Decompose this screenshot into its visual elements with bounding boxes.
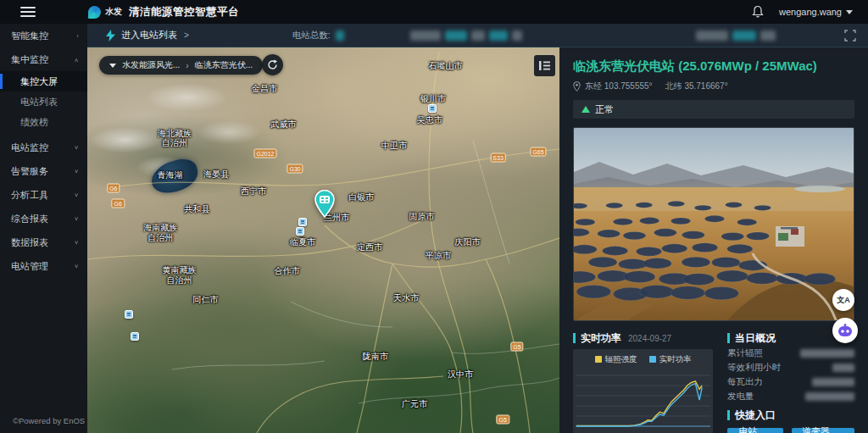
legend-power[interactable]: 实时功率 xyxy=(649,354,692,365)
toolbar-redacted-stats-2 xyxy=(696,31,776,41)
breadcrumb-station[interactable]: 临洮东营光伏... xyxy=(195,59,253,71)
legend-irradiance[interactable]: 辐照强度 xyxy=(595,354,637,365)
location-pin-icon xyxy=(573,81,581,92)
sidebar-item-control-screen[interactable]: 集控大屏 xyxy=(0,71,87,92)
realtime-power-title: 实时功率 xyxy=(581,331,621,346)
menu-hamburger-icon[interactable] xyxy=(20,7,36,17)
chevron-down-icon xyxy=(109,64,116,68)
powered-by-footer: ©Powered by EnOS xyxy=(0,416,87,433)
enter-station-list-link[interactable]: 进入电站列表 xyxy=(121,29,177,42)
latitude-value: 北纬 35.716667° xyxy=(665,80,728,92)
chevron-down-icon: ∨ xyxy=(74,192,79,197)
chevron-right-icon: › xyxy=(76,32,79,38)
sidebar: 智能集控 › 集中监控 ∧ 集控大屏 电站列表 绩效榜 电站监控 ∨ 告警服务 … xyxy=(0,24,87,433)
stat-value-redacted xyxy=(832,364,854,372)
breadcrumb-region[interactable]: 水发能源风光... xyxy=(122,59,180,71)
fullscreen-icon[interactable] xyxy=(844,30,856,42)
stat-row-generation: 发电量 xyxy=(727,390,854,403)
satellite-map[interactable]: 石嘴山市银川市吴忠市中卫市金昌市武威市白银市海北藏族自治州青海湖海晏县西宁市共和… xyxy=(87,47,559,433)
translate-fab-button[interactable]: 文A xyxy=(832,289,854,311)
sidebar-item-comprehensive-reports[interactable]: 综合报表 ∨ xyxy=(0,207,87,230)
sidebar-item-smart-control[interactable]: 智能集控 › xyxy=(0,24,87,47)
station-total-label: 电站总数: xyxy=(292,30,331,42)
chevron-right-icon: › xyxy=(186,61,188,70)
legend-swatch-blue xyxy=(649,356,656,363)
station-cluster-marker[interactable] xyxy=(296,227,304,236)
sidebar-item-data-reports[interactable]: 数据报表 ∨ xyxy=(0,230,87,254)
daily-overview-title: 当日概况 xyxy=(735,331,776,346)
logo-text: 水发 xyxy=(105,8,122,16)
stat-value-redacted xyxy=(800,349,854,358)
sidebar-item-station-list[interactable]: 电站列表 xyxy=(0,92,87,112)
station-total-value-redacted xyxy=(336,31,344,41)
legend-swatch-yellow xyxy=(595,356,602,363)
station-cluster-marker[interactable] xyxy=(298,218,307,226)
station-title: 临洮东营光伏电站 (25.076MWp / 25MWac) xyxy=(573,58,854,75)
map-breadcrumb[interactable]: 水发能源风光... › 临洮东营光伏... xyxy=(99,56,263,75)
chart-plot-area xyxy=(573,367,713,431)
toolbar-redacted-stats xyxy=(410,31,522,41)
daily-overview-section: 当日概况 累计辐照 等效利用小时 每瓦出力 发电量 快捷入口 xyxy=(727,330,854,433)
realtime-power-chart: 辐照强度 实时功率 xyxy=(573,349,713,433)
chatbot-fab-button[interactable] xyxy=(832,318,858,343)
longitude-value: 东经 103.755555° xyxy=(585,80,653,92)
sidebar-item-central-monitoring[interactable]: 集中监控 ∧ xyxy=(0,47,87,71)
map-legend-toggle-button[interactable] xyxy=(534,55,555,76)
user-menu[interactable]: wengang.wang xyxy=(779,7,853,17)
app-header: 水发 清洁能源管控智慧平台 wengang.wang xyxy=(0,0,868,24)
station-monitoring-button[interactable]: 电站监控 → xyxy=(727,428,783,433)
station-pin-marker[interactable] xyxy=(314,190,336,221)
app-title: 清洁能源管控智慧平台 xyxy=(129,5,239,19)
chevron-down-icon: ∨ xyxy=(74,168,79,174)
realtime-power-section: 实时功率 2024-09-27 辐照强度 实时功率 xyxy=(573,330,715,433)
map-toolbar: 进入电站列表 > 电站总数: xyxy=(87,24,868,47)
sidebar-item-analysis-tools[interactable]: 分析工具 ∨ xyxy=(0,183,87,207)
sidebar-item-performance-board[interactable]: 绩效榜 xyxy=(0,112,87,132)
status-triangle-icon xyxy=(581,106,590,113)
station-cluster-marker[interactable] xyxy=(125,310,133,319)
section-accent-bar xyxy=(727,333,730,343)
chevron-down-icon: ∨ xyxy=(74,239,79,245)
stat-value-redacted xyxy=(805,392,854,401)
inverter-list-button[interactable]: 逆变器列表 → xyxy=(792,428,854,433)
map-refresh-button[interactable] xyxy=(262,54,283,75)
chevron-right-icon[interactable]: > xyxy=(184,31,189,40)
robot-icon xyxy=(837,322,854,339)
sidebar-item-station-management[interactable]: 电站管理 ∨ xyxy=(0,254,87,278)
sidebar-item-station-monitoring[interactable]: 电站监控 ∨ xyxy=(0,136,87,159)
station-detail-panel: 临洮东营光伏电站 (25.076MWp / 25MWac) 东经 103.755… xyxy=(559,47,868,433)
station-photo xyxy=(573,127,854,321)
chevron-down-icon xyxy=(846,10,853,14)
section-accent-bar xyxy=(573,333,576,343)
chevron-down-icon: ∨ xyxy=(74,263,79,269)
substation-buildings xyxy=(776,226,804,247)
station-cluster-marker[interactable] xyxy=(131,332,139,341)
quick-entry-title: 快捷入口 xyxy=(735,408,776,423)
stat-row-equivalent-hours: 等效利用小时 xyxy=(727,361,854,375)
translate-icon: 文A xyxy=(837,295,850,306)
station-coordinates: 东经 103.755555° 北纬 35.716667° xyxy=(573,80,854,92)
stat-value-redacted xyxy=(812,378,854,386)
stat-row-output-per-watt: 每瓦出力 xyxy=(727,375,854,389)
section-accent-bar xyxy=(727,410,730,420)
map-marker-layer xyxy=(87,47,559,433)
realtime-power-date: 2024-09-27 xyxy=(628,334,671,343)
lightning-icon xyxy=(106,30,115,42)
app-logo: 水发 xyxy=(88,6,122,19)
status-text: 正常 xyxy=(595,103,614,116)
username: wengang.wang xyxy=(779,7,842,17)
sidebar-item-alarm-service[interactable]: 告警服务 ∨ xyxy=(0,159,87,183)
chevron-up-icon: ∧ xyxy=(74,56,79,62)
logo-droplet-icon xyxy=(88,6,101,19)
chevron-down-icon: ∨ xyxy=(74,215,79,221)
stat-row-irradiation: 累计辐照 xyxy=(727,347,854,360)
station-cluster-marker[interactable] xyxy=(428,104,437,113)
notification-bell-icon[interactable] xyxy=(752,5,764,19)
status-bar: 正常 xyxy=(573,100,854,119)
chevron-down-icon: ∨ xyxy=(74,144,79,150)
